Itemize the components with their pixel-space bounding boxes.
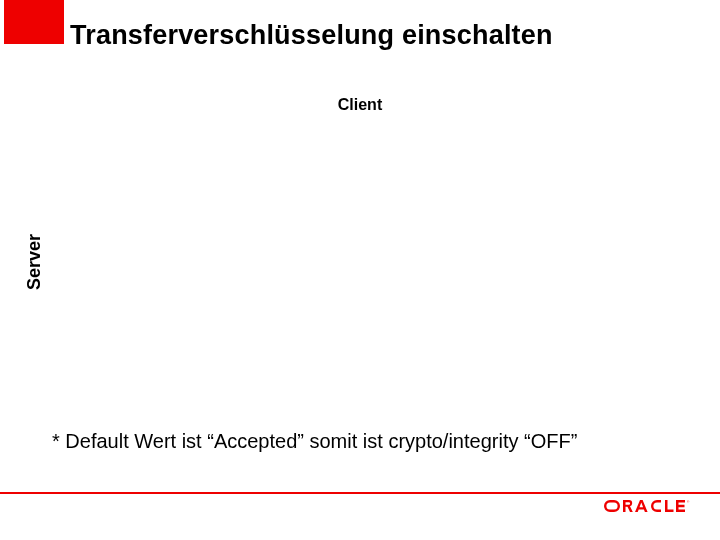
axis-label-server: Server	[24, 234, 45, 290]
svg-text:®: ®	[687, 500, 690, 504]
axis-label-client: Client	[0, 96, 720, 114]
footer-divider	[0, 492, 720, 494]
accent-block	[4, 0, 64, 44]
slide: Transferverschlüsselung einschalten Clie…	[0, 0, 720, 540]
footnote-text: * Default Wert ist “Accepted” somit ist …	[52, 430, 577, 453]
slide-title: Transferverschlüsselung einschalten	[70, 20, 553, 51]
oracle-logo: ®	[604, 500, 692, 512]
oracle-wordmark-icon: ®	[604, 500, 692, 512]
